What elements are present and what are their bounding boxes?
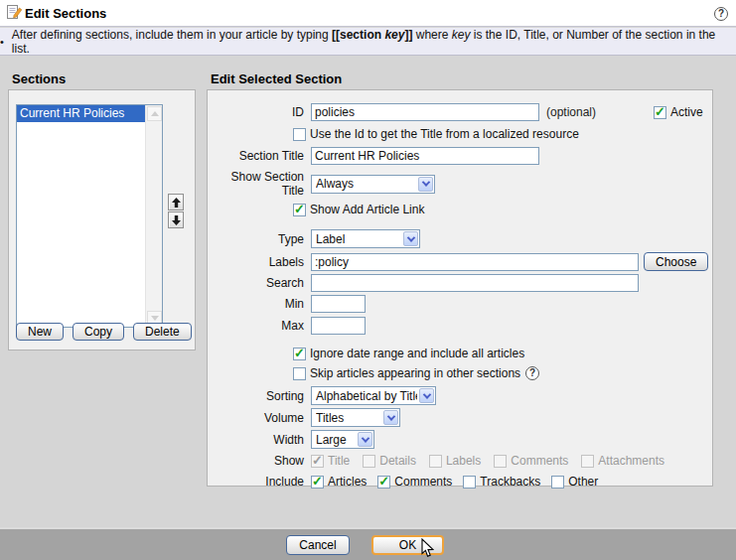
active-label: Active	[670, 105, 703, 119]
list-item[interactable]: Current HR Policies	[17, 105, 145, 122]
type-select[interactable]: Label	[311, 229, 420, 248]
checkbox-box	[581, 455, 594, 468]
max-input[interactable]	[311, 317, 366, 335]
title-bar: Edit Sections ?	[0, 0, 736, 27]
checkbox-label: Comments	[511, 454, 568, 468]
include-options: ArticlesCommentsTrackbacksOther	[311, 475, 598, 489]
sections-panel: Current HR Policies New Copy Delete	[8, 89, 196, 350]
show-options: TitleDetailsLabelsCommentsAttachments	[311, 454, 664, 468]
help-icon[interactable]: ?	[714, 7, 728, 21]
bullet-icon: •	[0, 36, 4, 48]
checkbox-box[interactable]	[463, 476, 476, 489]
id-label: ID	[208, 105, 311, 119]
ignore-date-range-checkbox[interactable]: Ignore date range and include all articl…	[293, 347, 524, 360]
chevron-down-icon	[383, 410, 398, 425]
show-section-title-select[interactable]: Always	[311, 175, 435, 194]
cancel-button[interactable]: Cancel	[286, 535, 350, 555]
width-select[interactable]: Large	[311, 430, 374, 449]
type-label: Type	[208, 232, 311, 246]
checkbox-box[interactable]	[377, 476, 390, 489]
checkbox-labels: Labels	[429, 454, 481, 468]
choose-button[interactable]: Choose	[644, 252, 708, 271]
delete-button[interactable]: Delete	[133, 323, 192, 341]
include-label: Include	[208, 475, 311, 489]
checkbox-label: Attachments	[598, 454, 664, 468]
checkbox-title: Title	[311, 454, 350, 468]
arrow-down-icon	[172, 215, 181, 225]
width-label: Width	[208, 433, 311, 447]
show-add-article-checkbox[interactable]: Show Add Article Link	[293, 203, 424, 216]
localized-resource-checkbox[interactable]: Use the Id to get the Title from a local…	[293, 127, 579, 141]
chevron-down-icon	[403, 231, 418, 246]
sections-heading: Sections	[12, 71, 66, 86]
section-title-input[interactable]	[311, 147, 539, 165]
sorting-label: Sorting	[208, 389, 311, 403]
labels-label: Labels	[208, 255, 311, 269]
checkbox-label: Comments	[394, 475, 452, 489]
chevron-down-icon	[418, 177, 433, 192]
copy-button[interactable]: Copy	[73, 323, 124, 341]
section-title-label: Section Title	[208, 149, 311, 163]
checkbox-box	[494, 455, 507, 468]
search-input[interactable]	[311, 274, 639, 292]
new-button[interactable]: New	[16, 323, 64, 341]
show-label: Show	[208, 454, 311, 468]
ok-button[interactable]: OK	[371, 535, 444, 555]
checkbox-label: Title	[328, 454, 350, 468]
checkbox-label: Labels	[446, 454, 481, 468]
checkbox-box[interactable]	[551, 476, 564, 489]
volume-label: Volume	[208, 411, 311, 425]
min-label: Min	[208, 297, 311, 311]
checkbox-articles[interactable]: Articles	[311, 475, 367, 489]
notice-text: After defining sections, include them in…	[12, 28, 736, 56]
optional-hint: (optional)	[546, 105, 596, 119]
checkbox-box	[311, 455, 324, 468]
move-down-button[interactable]	[168, 211, 184, 228]
search-label: Search	[208, 276, 311, 290]
checkbox-trackbacks[interactable]: Trackbacks	[463, 475, 540, 489]
checkbox-other[interactable]: Other	[551, 475, 598, 489]
checkbox-label: Other	[568, 475, 598, 489]
chevron-down-icon	[358, 432, 372, 447]
checkbox-attachments: Attachments	[581, 454, 664, 468]
checkbox-comments[interactable]: Comments	[377, 475, 452, 489]
skip-help-icon[interactable]: ?	[525, 366, 539, 380]
checkbox-box	[429, 455, 442, 468]
arrow-up-icon	[172, 198, 181, 208]
checkbox-comments: Comments	[494, 454, 568, 468]
active-checkbox-box[interactable]	[654, 106, 666, 119]
listbox-scrollbar[interactable]	[145, 105, 162, 327]
page-title: Edit Sections	[25, 6, 106, 21]
show-section-title-label: Show Section Title	[208, 170, 311, 198]
checkbox-label: Articles	[328, 475, 367, 489]
min-input[interactable]	[311, 295, 366, 313]
edit-section-heading: Edit Selected Section	[211, 71, 342, 86]
chevron-down-icon	[419, 388, 434, 403]
edit-section-panel: ID (optional) Active Use the Id to get t…	[207, 89, 713, 487]
max-label: Max	[208, 319, 311, 333]
notice-bar: • After defining sections, include them …	[0, 28, 736, 56]
sections-listbox[interactable]: Current HR Policies	[16, 104, 163, 328]
checkbox-label: Details	[379, 454, 416, 468]
volume-select[interactable]: Titles	[311, 408, 400, 427]
footer-bar: Cancel OK	[0, 527, 736, 560]
checkbox-details: Details	[363, 454, 416, 468]
scroll-up-icon[interactable]	[147, 106, 162, 121]
sorting-select[interactable]: Alphabetical by Title	[311, 386, 436, 405]
id-input[interactable]	[311, 103, 539, 121]
active-checkbox[interactable]: Active	[654, 105, 703, 119]
skip-articles-checkbox[interactable]: Skip articles appearing in other section…	[293, 366, 520, 380]
labels-input[interactable]	[311, 253, 639, 271]
move-up-button[interactable]	[168, 194, 184, 210]
checkbox-label: Trackbacks	[480, 475, 540, 489]
checkbox-box[interactable]	[311, 476, 324, 489]
edit-page-icon	[6, 4, 23, 24]
checkbox-box	[363, 455, 375, 468]
edit-sections-dialog: Edit Sections ? • After defining section…	[0, 0, 736, 560]
